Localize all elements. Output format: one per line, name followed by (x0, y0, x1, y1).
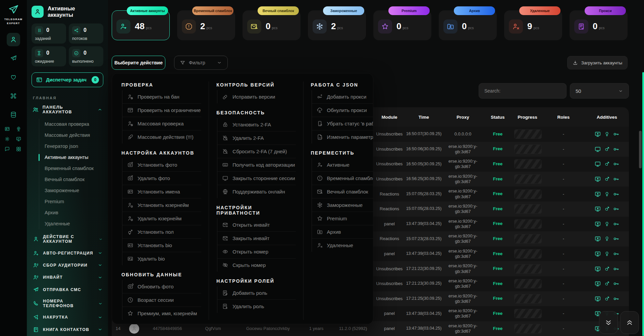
search-input[interactable] (479, 83, 567, 99)
menu-item[interactable]: Удалить bio (122, 252, 201, 265)
filter-button[interactable]: Фильтр (174, 56, 228, 70)
female-icon[interactable] (604, 235, 610, 242)
key-icon[interactable] (613, 176, 620, 182)
sidebar-item-accounts-panel[interactable]: ПАНЕЛЬ АККАУНТОВ (27, 102, 108, 117)
monitor-x-icon[interactable] (594, 206, 601, 212)
menu-item[interactable]: Скрыть номер (217, 259, 296, 272)
menu-item[interactable]: Получить код авторизации (217, 158, 296, 172)
key-icon[interactable] (613, 280, 620, 287)
rail-item-favorites-rail[interactable] (7, 70, 20, 84)
male-icon[interactable] (604, 295, 610, 302)
page-size-select[interactable]: 50 (570, 83, 629, 99)
key-icon[interactable] (613, 295, 620, 302)
brand-logo[interactable]: TELEGRAM EXPERT (4, 4, 23, 25)
key-icon[interactable] (613, 161, 620, 167)
male-icon[interactable] (604, 266, 610, 272)
sidebar-section-item[interactable]: СБОР АУДИТОРИИ (27, 259, 108, 271)
menu-item[interactable]: Проверить на ограничение (122, 104, 201, 117)
sidebar-section-item[interactable]: НАКРУТКА (27, 311, 108, 323)
sidebar-subitem[interactable]: Замороженные (39, 185, 108, 196)
summary-card[interactable]: Premium0pcs (373, 10, 431, 40)
menu-item[interactable]: Закрыть инвайт (217, 232, 296, 245)
summary-card[interactable]: Активные аккаунты48pcs (112, 10, 170, 40)
menu-item[interactable]: JSONИзменить параметры (312, 130, 373, 144)
summary-card[interactable]: Временный спамблок2pcs (177, 10, 235, 40)
menu-item[interactable]: Убрать статус 'в работе' (312, 117, 373, 130)
monitor-x-icon[interactable] (594, 266, 601, 272)
key-icon[interactable] (613, 206, 620, 212)
menu-item[interactable]: Добавить роль (217, 286, 296, 300)
female-icon[interactable] (604, 191, 610, 198)
key-icon[interactable] (613, 191, 620, 198)
menu-item[interactable]: Удалить юзернейм (122, 212, 201, 225)
menu-item[interactable]: Открыть номер (217, 245, 296, 259)
monitor-x-icon[interactable] (594, 176, 601, 182)
menu-item[interactable]: Установить bio (122, 239, 201, 252)
key-icon[interactable] (613, 266, 620, 272)
female-icon[interactable] (604, 221, 610, 227)
key-icon[interactable] (613, 221, 620, 227)
sidebar-section-item[interactable]: ДЕЙСТВИЕ С АККАУНТОМ (27, 231, 108, 247)
rail-item-database-rail[interactable] (7, 108, 20, 121)
task-manager-button[interactable]: Диспетчер задач 0 (32, 72, 103, 87)
sidebar-subitem[interactable]: Активные аккаунты (39, 152, 108, 163)
menu-item[interactable]: Премиум, имя, юзернейм (122, 307, 201, 320)
monitor-x-icon[interactable] (594, 191, 601, 198)
male-icon[interactable] (604, 280, 610, 287)
id-badge-icon[interactable] (4, 126, 10, 132)
female-icon[interactable] (604, 131, 610, 137)
menu-item[interactable]: Установить 2-FA (217, 118, 296, 131)
upload-accounts-button[interactable]: Загрузить аккаунты (567, 56, 628, 69)
scroll-to-top-button[interactable] (620, 311, 639, 334)
male-icon[interactable] (604, 146, 610, 153)
sidebar-section-item[interactable]: ИНВАЙТ (27, 271, 108, 283)
menu-item[interactable]: Premium (312, 212, 373, 225)
summary-card[interactable]: Удаленные9pcs (504, 10, 562, 40)
menu-item[interactable]: Обнулить прокси (312, 104, 373, 117)
menu-item[interactable]: Установить юзернейм (122, 199, 201, 212)
menu-item[interactable]: Активные (312, 158, 373, 172)
menu-item[interactable]: Исправить версии (217, 90, 296, 103)
chat-icon[interactable] (4, 146, 10, 152)
monitor-chart-icon[interactable] (16, 136, 21, 142)
sidebar-subitem[interactable]: Удаленные (39, 218, 108, 229)
sidebar-subitem[interactable]: Генератор json (39, 141, 108, 152)
scroll-to-bottom-button[interactable] (599, 311, 618, 334)
sidebar-subitem[interactable]: Массовая проверка (39, 119, 108, 130)
key-icon[interactable] (613, 131, 620, 137)
menu-item[interactable]: Установить пол (122, 225, 201, 239)
sidebar-subitem[interactable]: Временный спамблок (39, 163, 108, 174)
sidebar-section-item[interactable]: НОМЕРА ТЕЛЕФОНОВ (27, 296, 108, 311)
menu-item[interactable]: Открыть инвайт (217, 218, 296, 232)
rail-item-sender-rail[interactable] (7, 52, 20, 65)
menu-item[interactable]: Установить фото (122, 158, 201, 172)
sidebar-subitem[interactable]: Вечный спамблок (39, 174, 108, 185)
menu-item[interactable]: Удаленные (312, 239, 373, 252)
menu-item[interactable]: Удалить роль (217, 300, 296, 313)
menu-item[interactable]: Обновить фото (122, 280, 201, 293)
webcam-icon[interactable] (16, 126, 21, 132)
menu-item[interactable]: Массовые действия (!!!) (122, 130, 201, 144)
key-icon[interactable] (613, 235, 620, 242)
monitor-x-icon[interactable] (594, 250, 601, 257)
page-scrollbar-thumb[interactable] (639, 131, 642, 168)
menu-item[interactable]: Закрыть сторонние сессии (217, 172, 296, 185)
sidebar-section-item[interactable]: ОТПРАВКА СМС (27, 283, 108, 295)
menu-item[interactable]: Массовая проверка (122, 117, 201, 130)
summary-card[interactable]: Вечный спамблок0pcs (243, 10, 301, 40)
monitor-x-icon[interactable] (594, 131, 601, 137)
gear-icon[interactable] (4, 136, 10, 142)
sidebar-subitem[interactable]: Архив (39, 207, 108, 218)
menu-item[interactable]: Удалить фото (122, 172, 201, 185)
select-action-button[interactable]: Выберите действие (112, 56, 165, 70)
male-icon[interactable] (604, 176, 610, 182)
rail-item-accounts-rail[interactable] (7, 33, 20, 46)
menu-item[interactable]: Временный спамблок (312, 172, 373, 185)
monitor-icon[interactable] (594, 161, 601, 167)
monitor-x-icon[interactable] (594, 221, 601, 227)
female-icon[interactable] (604, 250, 610, 257)
monitor-x-icon[interactable] (594, 295, 601, 302)
menu-item[interactable]: Поддерживать онлайн (217, 185, 296, 198)
sidebar-subitem[interactable]: Массовые действия (39, 130, 108, 141)
grid-icon[interactable] (16, 146, 21, 152)
